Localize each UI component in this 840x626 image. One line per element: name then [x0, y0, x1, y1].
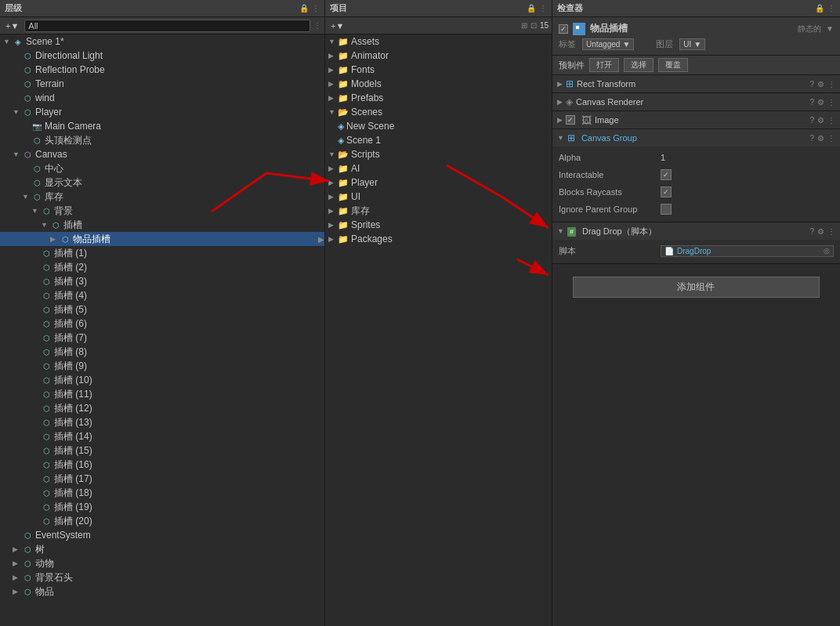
tree-item-slot17[interactable]: ⬡ 插槽 (17)	[0, 472, 324, 486]
tree-item-bgstone[interactable]: ▶ ⬡ 背景石头	[0, 570, 324, 584]
project-lock-icon[interactable]: 🔒	[527, 4, 536, 13]
tree-item-zhongxin[interactable]: ⬡ 中心	[0, 161, 324, 175]
object-active-checkbox[interactable]	[559, 24, 568, 34]
tree-item-slot7[interactable]: ⬡ 插槽 (7)	[0, 331, 324, 345]
tree-item-reflprobe[interactable]: ⬡ Reflection Probe	[0, 63, 324, 77]
tree-item-slot1[interactable]: ⬡ 插槽 (1)	[0, 246, 324, 260]
file-newscene[interactable]: ◈ New Scene	[325, 119, 552, 133]
canvas-renderer-more[interactable]: ⋮	[827, 98, 835, 107]
tree-item-slot10[interactable]: ⬡ 插槽 (10)	[0, 373, 324, 387]
canvas-group-help[interactable]: ?	[809, 134, 814, 143]
interactable-checkbox[interactable]	[661, 169, 672, 180]
tree-item-slot5[interactable]: ⬡ 插槽 (5)	[0, 302, 324, 317]
file-scene1[interactable]: ◈ Scene 1	[325, 133, 552, 147]
folder-sprites[interactable]: ▶ 📁 Sprites	[325, 218, 552, 232]
prefab-override-btn[interactable]: 覆盖	[658, 58, 688, 72]
tree-item-slot13[interactable]: ⬡ 插槽 (13)	[0, 415, 324, 429]
blocks-raycasts-checkbox[interactable]	[661, 186, 672, 197]
canvas-group-header[interactable]: ▼ ⊞ Canvas Group ? ⚙ ⋮	[552, 129, 840, 147]
prefab-select-btn[interactable]: 选择	[624, 58, 654, 72]
drag-drop-settings[interactable]: ⚙	[817, 227, 824, 236]
tree-item-slot12[interactable]: ⬡ 插槽 (12)	[0, 401, 324, 415]
inspector-lock-icon[interactable]: 🔒	[815, 4, 824, 13]
canvas-group-settings[interactable]: ⚙	[817, 134, 824, 143]
tree-item-chacao[interactable]: ▼ ⬡ 插槽	[0, 218, 324, 232]
prefab-open-btn[interactable]: 打开	[589, 58, 619, 72]
canvas-renderer-header[interactable]: ▶ ◈ Canvas Renderer ? ⚙ ⋮	[552, 93, 840, 110]
tree-item-item[interactable]: ▶ ⬡ 物品	[0, 584, 324, 599]
tree-item-slot11[interactable]: ⬡ 插槽 (11)	[0, 387, 324, 401]
drag-drop-header[interactable]: ▼ # Drag Drop（脚本） ? ⚙ ⋮	[552, 223, 840, 240]
hierarchy-more-icon[interactable]: ⋮	[312, 4, 320, 13]
static-dropdown-icon[interactable]: ▼	[826, 24, 834, 33]
drag-drop-help[interactable]: ?	[809, 227, 814, 236]
canvas-renderer-settings[interactable]: ⚙	[817, 98, 824, 107]
tree-item-xianshi[interactable]: ⬡ 显示文本	[0, 175, 324, 190]
tag-dropdown[interactable]: Untagged ▼	[582, 38, 634, 50]
tree-item-maincamera[interactable]: 📷 Main Camera	[0, 119, 324, 133]
rect-transform-header[interactable]: ▶ ⊞ Rect Transform ? ⚙ ⋮	[552, 75, 840, 92]
tree-item-beijing[interactable]: ▼ ⬡ 背景	[0, 204, 324, 218]
tree-item-slot19[interactable]: ⬡ 插槽 (19)	[0, 500, 324, 514]
add-component-btn[interactable]: 添加组件	[573, 277, 820, 298]
rect-more-icon[interactable]: ⋮	[827, 80, 835, 89]
tree-item-animal[interactable]: ▶ ⬡ 动物	[0, 556, 324, 570]
tree-item-canvas[interactable]: ▼ ⬡ Canvas	[0, 147, 324, 161]
folder-scenes[interactable]: ▼ 📂 Scenes	[325, 105, 552, 119]
tree-item-tree[interactable]: ▶ ⬡ 树	[0, 542, 324, 556]
tree-item-slot14[interactable]: ⬡ 插槽 (14)	[0, 429, 324, 443]
ignore-parent-checkbox[interactable]	[661, 204, 672, 215]
canvas-renderer-help[interactable]: ?	[809, 98, 814, 107]
rect-settings-icon[interactable]: ⚙	[817, 80, 824, 89]
tree-item-slot20[interactable]: ⬡ 插槽 (20)	[0, 514, 324, 528]
folder-models[interactable]: ▶ 📁 Models	[325, 77, 552, 91]
tree-item-player[interactable]: ▼ ⬡ Player	[0, 105, 324, 119]
folder-ui[interactable]: ▶ 📁 UI	[325, 190, 552, 204]
project-list-icon[interactable]: ⊡	[530, 21, 537, 30]
alpha-value[interactable]: 1	[661, 153, 834, 162]
tree-item-slot6[interactable]: ⬡ 插槽 (6)	[0, 317, 324, 331]
script-value-field[interactable]: 📄 DragDrop ◎	[661, 245, 834, 257]
hierarchy-toolbar-more[interactable]: ⋮	[313, 21, 321, 30]
tree-item-slot2[interactable]: ⬡ 插槽 (2)	[0, 260, 324, 274]
image-more[interactable]: ⋮	[827, 116, 835, 125]
image-header[interactable]: ▶ 🖼 Image ? ⚙ ⋮	[552, 111, 840, 128]
folder-assets[interactable]: ▼ 📁 Assets	[325, 34, 552, 49]
tree-item-eventsystem[interactable]: ⬡ EventSystem	[0, 528, 324, 542]
folder-prefabs[interactable]: ▶ 📁 Prefabs	[325, 91, 552, 105]
image-active-checkbox[interactable]	[566, 115, 575, 125]
tree-item-dirlight[interactable]: ⬡ Directional Light	[0, 49, 324, 63]
project-add-btn[interactable]: +▼	[328, 20, 346, 31]
tree-item-slot16[interactable]: ⬡ 插槽 (16)	[0, 458, 324, 472]
folder-player-scripts[interactable]: ▶ 📁 Player	[325, 175, 552, 190]
folder-ai[interactable]: ▶ 📁 AI	[325, 161, 552, 175]
project-more-icon[interactable]: ⋮	[539, 4, 547, 13]
folder-packages[interactable]: ▶ 📁 Packages	[325, 232, 552, 246]
folder-kucun-scripts[interactable]: ▶ 📁 库存	[325, 204, 552, 218]
tree-item-scene1[interactable]: ▼ ◈ Scene 1*	[0, 34, 324, 49]
inspector-more-icon[interactable]: ⋮	[827, 4, 835, 13]
tree-item-toujian[interactable]: ⬡ 头顶检测点	[0, 133, 324, 147]
image-settings[interactable]: ⚙	[817, 116, 824, 125]
hierarchy-lock-icon[interactable]: 🔒	[299, 4, 309, 13]
hierarchy-add-btn[interactable]: +▼	[3, 20, 21, 31]
drag-drop-more[interactable]: ⋮	[827, 227, 835, 236]
tree-item-wind[interactable]: ⬡ wind	[0, 91, 324, 105]
tree-item-slot8[interactable]: ⬡ 插槽 (8)	[0, 345, 324, 359]
tree-item-slot15[interactable]: ⬡ 插槽 (15)	[0, 443, 324, 458]
tree-item-terrain[interactable]: ⬡ Terrain	[0, 77, 324, 91]
canvas-group-more[interactable]: ⋮	[827, 134, 835, 143]
tree-item-wupin[interactable]: ▶ ⬡ 物品插槽 ▶	[0, 232, 324, 246]
folder-fonts[interactable]: ▶ 📁 Fonts	[325, 63, 552, 77]
tree-item-kucun[interactable]: ▼ ⬡ 库存	[0, 190, 324, 204]
tree-item-slot4[interactable]: ⬡ 插槽 (4)	[0, 288, 324, 302]
tree-item-slot18[interactable]: ⬡ 插槽 (18)	[0, 486, 324, 500]
tree-item-slot3[interactable]: ⬡ 插槽 (3)	[0, 274, 324, 288]
folder-animator[interactable]: ▶ 📁 Animator	[325, 49, 552, 63]
image-help[interactable]: ?	[809, 116, 814, 125]
layer-dropdown[interactable]: UI ▼	[679, 38, 705, 50]
tree-item-slot9[interactable]: ⬡ 插槽 (9)	[0, 359, 324, 373]
project-grid-icon[interactable]: ⊞	[521, 21, 527, 30]
folder-scripts[interactable]: ▼ 📂 Scripts	[325, 147, 552, 161]
hierarchy-search-input[interactable]	[24, 20, 310, 32]
